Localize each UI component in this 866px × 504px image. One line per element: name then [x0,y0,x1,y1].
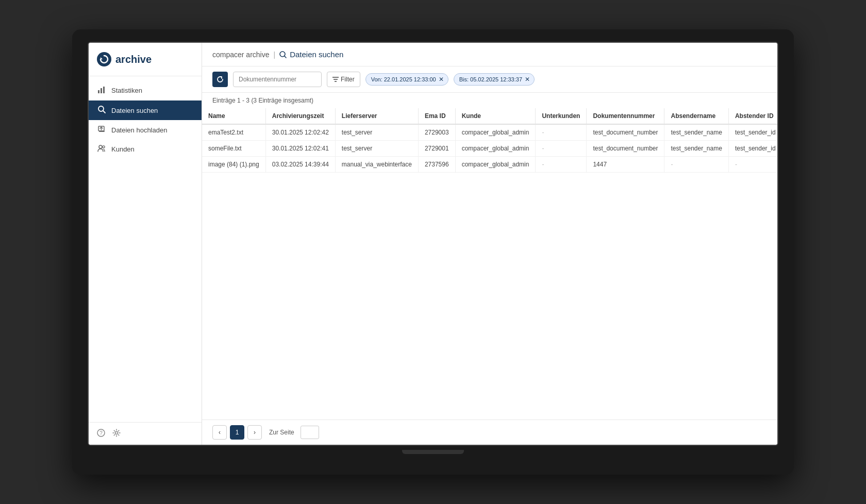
table-header-row: Name Archivierungszeit Lieferserver Ema … [202,108,777,124]
sidebar-nav: Statistiken Dateien suchen [89,76,202,422]
cell-4: compacer_global_admin [455,124,536,141]
search-area: Filter Von: 22.01.2025 12:33:00 ✕ Bis: 0… [202,66,777,93]
cell-6: test_document_number [587,124,664,141]
svg-line-15 [285,56,287,58]
cell-1: 30.01.2025 12:02:42 [265,124,335,141]
cell-8: - [728,157,777,173]
sidebar-label-kunden: Kunden [111,145,135,153]
svg-rect-1 [98,90,99,93]
cell-5: - [536,124,587,141]
cell-7: - [664,157,728,173]
sidebar-footer: ? [89,422,202,445]
settings-icon[interactable] [112,429,121,439]
cell-3: 2729001 [418,141,455,157]
svg-point-9 [99,145,102,148]
filter-label: Filter [341,76,355,83]
cell-4: compacer_global_admin [455,141,536,157]
col-absendername: Absendername [664,108,728,124]
breadcrumb-separator: | [274,51,276,59]
sidebar-item-dateien-suchen[interactable]: Dateien suchen [89,100,202,120]
refresh-button[interactable] [212,72,228,87]
cell-0: emaTest2.txt [202,124,265,141]
breadcrumb-app: compacer archive [212,51,270,59]
cell-2: test_server [335,124,418,141]
main-content: compacer archive | Dateien suchen [202,43,777,445]
col-abstender-id: Abstender ID [728,108,777,124]
cell-0: someFile.txt [202,141,265,157]
search-input-wrap[interactable] [233,72,322,87]
col-name: Name [202,108,265,124]
filter-tag-from-close[interactable]: ✕ [439,76,444,82]
help-icon[interactable]: ? [97,429,105,439]
pagination-bar: ‹ 1 › Zur Seite [202,419,777,445]
svg-point-10 [103,146,105,148]
page-title-area: Dateien suchen [279,50,343,59]
cell-0: image (84) (1).png [202,157,265,173]
app-logo-text: archive [115,54,152,65]
entries-count: Einträge 1 - 3 (3 Einträge insgesamt) [212,97,313,104]
cell-5: - [536,141,587,157]
cell-4: compacer_global_admin [455,157,536,173]
table-row[interactable]: emaTest2.txt30.01.2025 12:02:42test_serv… [202,124,777,141]
cell-1: 03.02.2025 14:39:44 [265,157,335,173]
cell-8: test_sender_id [728,124,777,141]
filter-tag-to-label: Bis: 05.02.2025 12:33:37 [459,76,522,82]
sidebar-label-statistiken: Statistiken [111,87,142,94]
filter-tag-from-label: Von: 22.01.2025 12:33:00 [371,76,436,82]
cell-7: test_sender_name [664,124,728,141]
logo-area: archive [89,43,202,76]
filter-tag-from: Von: 22.01.2025 12:33:00 ✕ [365,73,448,86]
svg-rect-3 [103,87,105,93]
cell-2: manual_via_webinterface [335,157,418,173]
sidebar: archive Statistiken [89,43,202,445]
svg-line-5 [103,111,105,113]
search-icon-nav [97,106,106,115]
page-title: Dateien suchen [290,50,343,59]
upload-icon [97,125,106,135]
page-1-button[interactable]: 1 [230,425,244,440]
col-lieferserver: Lieferserver [335,108,418,124]
svg-text:?: ? [99,430,103,436]
next-icon: › [254,429,256,436]
svg-marker-0 [101,57,103,59]
top-bar: compacer archive | Dateien suchen [202,43,777,66]
svg-point-13 [115,432,118,434]
table-wrap: Name Archivierungszeit Lieferserver Ema … [202,108,777,419]
cell-6: 1447 [587,157,664,173]
sidebar-item-statistiken[interactable]: Statistiken [89,80,202,100]
chart-icon [97,86,106,95]
col-kunde: Kunde [455,108,536,124]
table-body: emaTest2.txt30.01.2025 12:02:42test_serv… [202,124,777,173]
filter-tag-to-close[interactable]: ✕ [525,76,530,82]
filter-tag-to: Bis: 05.02.2025 12:33:37 ✕ [454,73,535,86]
cell-5: - [536,157,587,173]
cell-8: test_sender_id [728,141,777,157]
cell-6: test_document_number [587,141,664,157]
prev-page-button[interactable]: ‹ [212,425,227,440]
table-row[interactable]: image (84) (1).png03.02.2025 14:39:44man… [202,157,777,173]
entries-info: Einträge 1 - 3 (3 Einträge insgesamt) [202,93,777,108]
sidebar-label-dateien-hochladen: Dateien hochladen [111,126,167,134]
next-page-button[interactable]: › [247,425,262,440]
filter-button[interactable]: Filter [327,72,360,87]
cell-2: test_server [335,141,418,157]
table-row[interactable]: someFile.txt30.01.2025 12:02:41test_serv… [202,141,777,157]
goto-label: Zur Seite [269,429,294,436]
goto-page-input[interactable] [301,426,319,439]
sidebar-item-dateien-hochladen[interactable]: Dateien hochladen [89,120,202,140]
search-input[interactable] [239,76,316,83]
results-table: Name Archivierungszeit Lieferserver Ema … [202,108,777,173]
logo-icon [97,52,111,66]
col-dokumentennummer: Dokumentennummer [587,108,664,124]
cell-7: test_sender_name [664,141,728,157]
cell-3: 2729003 [418,124,455,141]
users-icon [97,145,106,154]
sidebar-item-kunden[interactable]: Kunden [89,140,202,159]
cell-3: 2737596 [418,157,455,173]
col-unterkunden: Unterkunden [536,108,587,124]
prev-icon: ‹ [219,429,221,436]
page-number: 1 [236,429,239,436]
sidebar-label-dateien-suchen: Dateien suchen [111,107,158,114]
col-ema-id: Ema ID [418,108,455,124]
cell-1: 30.01.2025 12:02:41 [265,141,335,157]
